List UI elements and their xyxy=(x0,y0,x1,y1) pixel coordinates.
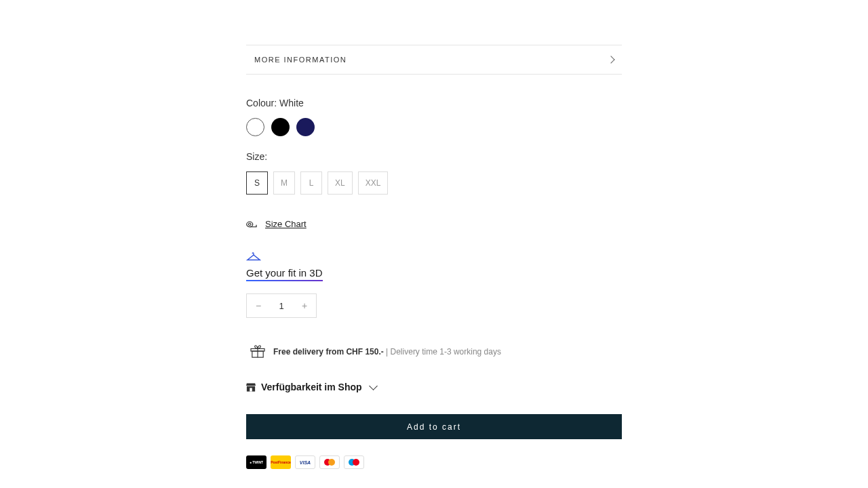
shop-availability-label: Verfügbarkeit im Shop xyxy=(261,382,362,392)
fit-3d-label: Get your fit in 3D xyxy=(246,267,323,279)
chevron-right-icon xyxy=(607,56,614,63)
delivery-bold-text: Free delivery from CHF 150.- xyxy=(273,347,384,357)
gift-icon xyxy=(250,345,265,359)
colour-label: Colour: White xyxy=(246,98,622,108)
hanger-icon xyxy=(246,251,261,262)
colour-swatch-navy[interactable] xyxy=(296,118,315,136)
size-option-xxl[interactable]: XXL xyxy=(358,171,389,195)
quantity-decrease-button[interactable]: − xyxy=(247,294,270,317)
payment-mastercard-icon xyxy=(319,455,340,469)
colour-section: Colour: White xyxy=(246,98,622,136)
size-option-s[interactable]: S xyxy=(246,171,268,195)
quantity-row: − 1 + xyxy=(246,293,622,318)
quantity-increase-button[interactable]: + xyxy=(293,294,316,317)
payment-visa-icon: VISA xyxy=(295,455,315,469)
size-label: Size: xyxy=(246,151,622,162)
payment-maestro-icon xyxy=(344,455,364,469)
svg-point-0 xyxy=(247,222,253,227)
quantity-value: 1 xyxy=(270,301,293,311)
tape-measure-icon xyxy=(246,220,258,229)
colour-selected-name: White xyxy=(279,98,304,108)
size-option-xl[interactable]: XL xyxy=(328,171,353,195)
size-options: S M L XL XXL xyxy=(246,171,622,195)
fit-3d-widget[interactable]: Get your fit in 3D xyxy=(246,251,323,283)
delivery-text: Free delivery from CHF 150.- | Delivery … xyxy=(273,347,501,357)
colour-swatch-white[interactable] xyxy=(246,118,264,136)
size-option-m[interactable]: M xyxy=(273,171,295,195)
svg-rect-5 xyxy=(250,388,252,391)
size-option-l[interactable]: L xyxy=(300,171,322,195)
size-chart-link[interactable]: Size Chart xyxy=(265,219,307,229)
payment-postfinance-icon: PostFinance xyxy=(271,455,291,469)
delivery-light-text: Delivery time 1-3 working days xyxy=(391,347,501,357)
product-options-panel: MORE INFORMATION Colour: White Size: S M… xyxy=(246,0,622,469)
chevron-down-icon xyxy=(369,382,378,390)
colour-label-prefix: Colour: xyxy=(246,98,279,108)
size-chart-row[interactable]: Size Chart xyxy=(246,219,622,229)
payment-twint-icon: ● TWINT xyxy=(246,455,267,469)
colour-swatch-black[interactable] xyxy=(271,118,290,136)
quantity-stepper: − 1 + xyxy=(246,293,317,318)
svg-point-1 xyxy=(248,223,251,225)
more-information-accordion[interactable]: MORE INFORMATION xyxy=(246,45,622,75)
store-icon xyxy=(246,383,256,392)
add-to-cart-button[interactable]: Add to cart xyxy=(246,414,622,439)
more-information-label: MORE INFORMATION xyxy=(254,56,347,64)
delivery-separator: | xyxy=(384,347,391,357)
payment-methods-row: ● TWINT PostFinance VISA xyxy=(246,455,622,469)
shop-availability-toggle[interactable]: Verfügbarkeit im Shop xyxy=(246,382,622,392)
colour-swatches xyxy=(246,118,622,136)
delivery-info-row: Free delivery from CHF 150.- | Delivery … xyxy=(246,345,622,359)
